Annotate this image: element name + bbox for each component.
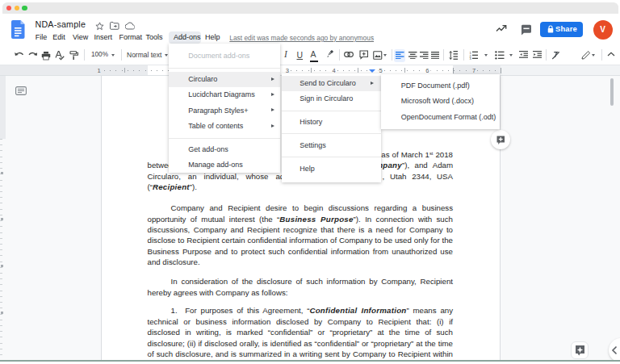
svg-text:3: 3 [469,56,471,60]
